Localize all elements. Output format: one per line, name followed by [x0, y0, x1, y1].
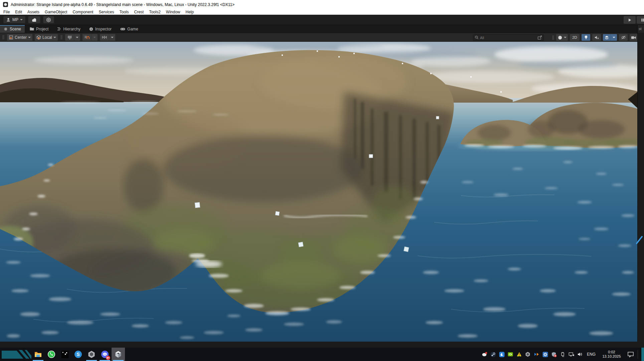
- 2d-mode-toggle[interactable]: 2D: [570, 34, 580, 41]
- pause-icon: [641, 18, 644, 22]
- snap-increment-button[interactable]: [100, 34, 115, 41]
- window-title: Administrator: Strange Island pre-alpha …: [11, 2, 234, 7]
- shading-mode-button[interactable]: [556, 34, 568, 41]
- open-new-window-icon[interactable]: [537, 35, 542, 40]
- menu-item-window[interactable]: Window: [163, 10, 183, 14]
- defender-alert-tray-icon[interactable]: [551, 352, 557, 357]
- show-desktop-button[interactable]: [641, 348, 644, 361]
- toolbar-drag-handle[interactable]: [61, 35, 62, 39]
- chevron-down-icon: [564, 37, 567, 38]
- unity-hub-tray-icon[interactable]: [525, 352, 531, 357]
- tool-handle-rotation-button[interactable]: Local: [35, 34, 58, 41]
- grid-axis-y-icon: Y: [67, 35, 72, 40]
- usb-tray-icon[interactable]: [560, 352, 566, 357]
- unity-version-control-button[interactable]: [43, 16, 54, 23]
- menu-item-tools2[interactable]: Tools2: [146, 10, 163, 14]
- snap-magnet-icon: [84, 35, 90, 40]
- scene-camera-icon: [631, 35, 636, 40]
- taskbar-app-unity-hub[interactable]: [85, 348, 98, 361]
- tab-project-label: Project: [36, 27, 48, 31]
- file-explorer-icon: [34, 350, 42, 358]
- toolbar-drag-handle[interactable]: [3, 35, 4, 39]
- pivot-label: Local: [42, 35, 52, 40]
- discord-notification-badge: 9+: [106, 356, 110, 360]
- play-button[interactable]: [624, 16, 636, 24]
- debris-cube: [275, 211, 279, 215]
- window-titlebar: Administrator: Strange Island pre-alpha …: [0, 0, 644, 9]
- menu-item-component[interactable]: Component: [70, 10, 96, 14]
- nvidia-tray-icon[interactable]: [508, 352, 513, 357]
- debris-cube: [369, 154, 373, 158]
- scene-viewport[interactable]: [0, 42, 637, 342]
- collapsed-panel-strip[interactable]: st: [637, 25, 644, 342]
- snap-to-grid-button[interactable]: [83, 34, 98, 41]
- play-icon: [628, 18, 632, 22]
- audio-toggle[interactable]: [592, 34, 601, 41]
- settings-gear-tray-icon[interactable]: [542, 352, 548, 357]
- main-toolbar: MP: [0, 15, 644, 25]
- taskbar-app-skype[interactable]: S: [71, 348, 85, 361]
- hidden-objects-toggle[interactable]: [619, 34, 628, 41]
- clock-time: 0:02: [608, 350, 615, 354]
- system-tray: ENG 0:02 13.10.2025: [482, 348, 644, 361]
- tab-inspector[interactable]: Inspector: [86, 25, 115, 33]
- warning-tray-icon[interactable]: [516, 352, 522, 357]
- cloud-services-button[interactable]: [28, 16, 40, 23]
- unity-services-icon: [46, 17, 51, 22]
- tab-scene[interactable]: Scene: [0, 25, 25, 33]
- taskbar-app-discord[interactable]: 9+: [98, 348, 112, 361]
- effects-visibility-button[interactable]: [603, 34, 617, 41]
- scene-render: [0, 42, 637, 342]
- window-bottom-edge: [0, 342, 644, 348]
- tab-hierarchy[interactable]: Hierarchy: [53, 25, 84, 33]
- steam-tray-icon[interactable]: [490, 352, 496, 357]
- debris-cube: [195, 202, 200, 208]
- wave-app-tray-icon[interactable]: [499, 352, 505, 357]
- menu-item-services[interactable]: Services: [96, 10, 117, 14]
- discord-tray-icon[interactable]: [482, 352, 487, 357]
- snap-increment-icon: [102, 35, 107, 40]
- chevron-down-icon: [93, 37, 96, 38]
- scene-lighting-bulb-icon: [584, 35, 588, 40]
- menu-item-file[interactable]: File: [1, 10, 12, 14]
- network-tray-icon[interactable]: [569, 352, 574, 357]
- search-input[interactable]: [480, 36, 536, 40]
- pause-button[interactable]: [637, 16, 644, 24]
- tool-handle-position-button[interactable]: Center: [7, 34, 32, 41]
- menu-item-crest[interactable]: Crest: [131, 10, 146, 14]
- taskbar-app-whatsapp[interactable]: [45, 348, 58, 361]
- svg-text:S: S: [76, 352, 79, 357]
- menu-bar: File Edit Assets GameObject Component Se…: [0, 9, 644, 15]
- unity-editor-icon: [114, 350, 123, 359]
- grid-visibility-button[interactable]: Y: [65, 34, 80, 41]
- scene-search-field[interactable]: [473, 34, 544, 41]
- taskbar-app-file-explorer[interactable]: [31, 348, 45, 361]
- chevron-down-icon: [613, 37, 615, 38]
- language-indicator[interactable]: ENG: [586, 352, 597, 357]
- account-dropdown-button[interactable]: MP: [3, 16, 25, 23]
- scene-lighting-toggle[interactable]: [582, 34, 590, 41]
- svg-text:Y: Y: [69, 38, 71, 40]
- menu-item-help[interactable]: Help: [183, 10, 197, 14]
- tab-game[interactable]: Game: [117, 25, 142, 33]
- toolbar-drag-handle[interactable]: [552, 35, 554, 40]
- info-icon: [89, 27, 93, 31]
- menu-item-tools[interactable]: Tools: [117, 10, 131, 14]
- scene-view-options: 2D: [552, 34, 642, 41]
- volume-tray-icon[interactable]: [577, 352, 583, 357]
- chevron-down-icon: [76, 37, 78, 38]
- menu-item-gameobject[interactable]: GameObject: [42, 10, 70, 14]
- action-center-icon[interactable]: [627, 352, 635, 357]
- arrows-tray-icon[interactable]: [534, 352, 539, 357]
- chevron-down-icon: [20, 19, 23, 20]
- taskbar-app-unity-editor[interactable]: [112, 348, 125, 361]
- debris-cube: [436, 116, 439, 119]
- pixel-art-app-icon: [61, 351, 69, 358]
- menu-item-edit[interactable]: Edit: [12, 10, 25, 14]
- menu-item-assets[interactable]: Assets: [25, 10, 42, 14]
- taskbar-clock[interactable]: 0:02 13.10.2025: [600, 350, 624, 359]
- taskbar-app-pixel-art[interactable]: [58, 348, 71, 361]
- tab-project[interactable]: Project: [26, 25, 52, 33]
- shading-mode-sphere-icon: [557, 35, 562, 40]
- collapsed-tab[interactable]: st: [638, 25, 644, 33]
